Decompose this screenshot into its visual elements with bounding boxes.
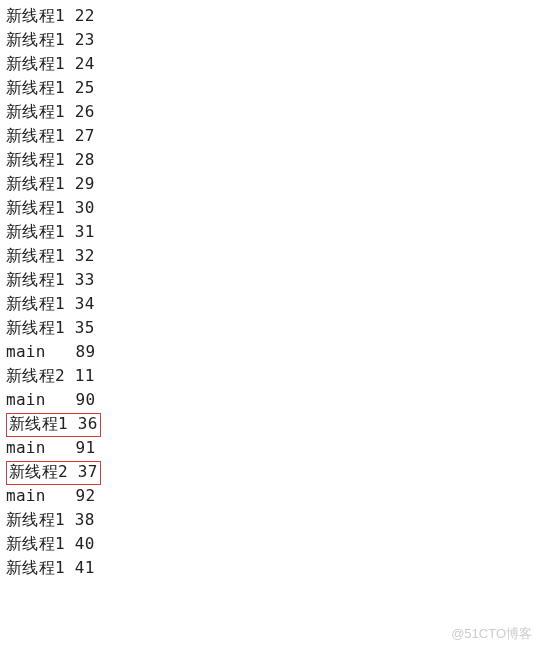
spacer bbox=[65, 246, 75, 265]
spacer bbox=[65, 102, 75, 121]
console-output: 新线程1 22新线程1 23新线程1 24新线程1 25新线程1 26新线程1 … bbox=[0, 0, 542, 580]
thread-label: main bbox=[6, 486, 46, 505]
thread-label: 新线程1 bbox=[6, 102, 65, 121]
output-entry: 新线程2 11 bbox=[6, 366, 95, 385]
thread-label: 新线程1 bbox=[6, 294, 65, 313]
output-line: 新线程2 37 bbox=[6, 460, 536, 484]
output-entry: 新线程1 31 bbox=[6, 222, 95, 241]
output-entry: 新线程1 26 bbox=[6, 102, 95, 121]
counter-value: 28 bbox=[75, 150, 95, 169]
output-entry: main 91 bbox=[6, 438, 95, 457]
thread-label: 新线程1 bbox=[6, 534, 65, 553]
counter-value: 34 bbox=[75, 294, 95, 313]
counter-value: 33 bbox=[75, 270, 95, 289]
highlighted-entry: 新线程2 37 bbox=[6, 461, 101, 485]
output-line: 新线程1 32 bbox=[6, 244, 536, 268]
thread-label: 新线程1 bbox=[6, 270, 65, 289]
spacer bbox=[65, 222, 75, 241]
spacer bbox=[65, 30, 75, 49]
output-line: 新线程1 40 bbox=[6, 532, 536, 556]
spacer bbox=[65, 78, 75, 97]
output-entry: 新线程1 30 bbox=[6, 198, 95, 217]
output-entry: 新线程1 23 bbox=[6, 30, 95, 49]
output-entry: main 89 bbox=[6, 342, 95, 361]
thread-label: 新线程1 bbox=[6, 198, 65, 217]
spacer bbox=[46, 342, 76, 361]
spacer bbox=[46, 486, 76, 505]
output-entry: 新线程1 24 bbox=[6, 54, 95, 73]
output-entry: 新线程1 28 bbox=[6, 150, 95, 169]
counter-value: 38 bbox=[75, 510, 95, 529]
thread-label: 新线程1 bbox=[6, 318, 65, 337]
counter-value: 32 bbox=[75, 246, 95, 265]
thread-label: 新线程1 bbox=[6, 510, 65, 529]
thread-label: 新线程1 bbox=[9, 414, 68, 433]
output-line: 新线程1 38 bbox=[6, 508, 536, 532]
output-entry: 新线程1 41 bbox=[6, 558, 95, 577]
output-line: 新线程1 34 bbox=[6, 292, 536, 316]
spacer bbox=[65, 294, 75, 313]
spacer bbox=[65, 198, 75, 217]
thread-label: 新线程1 bbox=[6, 126, 65, 145]
thread-label: 新线程1 bbox=[6, 78, 65, 97]
counter-value: 35 bbox=[75, 318, 95, 337]
output-entry: main 92 bbox=[6, 486, 95, 505]
counter-value: 27 bbox=[75, 126, 95, 145]
thread-label: 新线程1 bbox=[6, 222, 65, 241]
output-entry: 新线程1 32 bbox=[6, 246, 95, 265]
output-line: 新线程1 41 bbox=[6, 556, 536, 580]
spacer bbox=[65, 510, 75, 529]
counter-value: 41 bbox=[75, 558, 95, 577]
counter-value: 24 bbox=[75, 54, 95, 73]
spacer bbox=[68, 462, 78, 481]
output-entry: 新线程1 27 bbox=[6, 126, 95, 145]
thread-label: 新线程1 bbox=[6, 174, 65, 193]
output-line: 新线程2 11 bbox=[6, 364, 536, 388]
thread-label: main bbox=[6, 390, 46, 409]
spacer bbox=[65, 534, 75, 553]
spacer bbox=[65, 54, 75, 73]
thread-label: 新线程2 bbox=[6, 366, 65, 385]
output-line: 新线程1 25 bbox=[6, 76, 536, 100]
output-line: 新线程1 26 bbox=[6, 100, 536, 124]
counter-value: 92 bbox=[76, 486, 96, 505]
spacer bbox=[65, 150, 75, 169]
output-line: main 91 bbox=[6, 436, 536, 460]
thread-label: 新线程1 bbox=[6, 246, 65, 265]
output-line: 新线程1 29 bbox=[6, 172, 536, 196]
spacer bbox=[65, 126, 75, 145]
counter-value: 40 bbox=[75, 534, 95, 553]
spacer bbox=[65, 174, 75, 193]
thread-label: 新线程2 bbox=[9, 462, 68, 481]
spacer bbox=[65, 558, 75, 577]
counter-value: 29 bbox=[75, 174, 95, 193]
spacer bbox=[46, 438, 76, 457]
output-entry: 新线程1 38 bbox=[6, 510, 95, 529]
output-entry: 新线程1 34 bbox=[6, 294, 95, 313]
counter-value: 90 bbox=[76, 390, 96, 409]
thread-label: 新线程1 bbox=[6, 30, 65, 49]
output-entry: main 90 bbox=[6, 390, 95, 409]
output-line: 新线程1 22 bbox=[6, 4, 536, 28]
output-line: 新线程1 27 bbox=[6, 124, 536, 148]
counter-value: 30 bbox=[75, 198, 95, 217]
counter-value: 37 bbox=[78, 462, 98, 481]
output-line: main 90 bbox=[6, 388, 536, 412]
counter-value: 36 bbox=[78, 414, 98, 433]
output-line: 新线程1 28 bbox=[6, 148, 536, 172]
counter-value: 11 bbox=[75, 366, 95, 385]
watermark: @51CTO博客 bbox=[451, 625, 532, 643]
spacer bbox=[65, 6, 75, 25]
spacer bbox=[65, 318, 75, 337]
output-line: 新线程1 33 bbox=[6, 268, 536, 292]
output-entry: 新线程1 22 bbox=[6, 6, 95, 25]
thread-label: 新线程1 bbox=[6, 558, 65, 577]
output-line: 新线程1 31 bbox=[6, 220, 536, 244]
counter-value: 25 bbox=[75, 78, 95, 97]
thread-label: 新线程1 bbox=[6, 54, 65, 73]
output-line: 新线程1 36 bbox=[6, 412, 536, 436]
output-entry: 新线程1 40 bbox=[6, 534, 95, 553]
output-line: 新线程1 23 bbox=[6, 28, 536, 52]
counter-value: 23 bbox=[75, 30, 95, 49]
spacer bbox=[46, 390, 76, 409]
